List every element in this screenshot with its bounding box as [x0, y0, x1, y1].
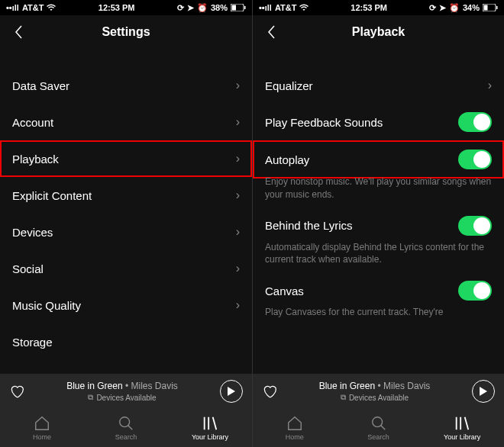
tab-label: Home	[33, 433, 51, 441]
settings-screen: ••ıll AT&T 12:53 PM ⟳ ➤ ⏰ 38% Settings D…	[0, 0, 252, 447]
lock-icon: ⟳	[429, 3, 436, 13]
header: Playback	[253, 15, 504, 49]
clock: 12:53 PM	[56, 3, 177, 12]
play-button[interactable]	[220, 380, 243, 403]
now-playing-bar[interactable]: Blue in Green • Miles Davis ⧉Devices Ava…	[253, 374, 504, 409]
back-button[interactable]	[9, 23, 27, 41]
row-label: Explicit Content	[12, 189, 92, 202]
battery-percent: 38%	[211, 3, 228, 12]
row-label: Devices	[12, 226, 53, 239]
play-button[interactable]	[472, 380, 495, 403]
track-title: Blue in Green	[66, 381, 122, 391]
tab-your-library[interactable]: Your Library	[420, 409, 504, 447]
now-playing-info: Blue in Green • Miles Davis ⧉Devices Ava…	[32, 381, 212, 402]
svg-rect-6	[496, 6, 498, 9]
chevron-right-icon: ›	[236, 225, 240, 239]
svg-point-7	[372, 417, 382, 427]
header: Settings	[0, 15, 252, 49]
status-bar: ••ıll AT&T 12:53 PM ⟳ ➤ ⏰ 38%	[0, 0, 252, 15]
row-label: Music Quality	[12, 299, 81, 312]
row-label: Equalizer	[265, 79, 313, 92]
now-playing-bar[interactable]: Blue in Green • Miles Davis ⧉Devices Ava…	[0, 374, 252, 409]
svg-rect-1	[232, 5, 237, 11]
toggle-play-feedback-sounds[interactable]	[458, 112, 492, 132]
tab-bar: Home Search Your Library	[253, 409, 504, 447]
row-label: Playback	[12, 153, 59, 166]
chevron-right-icon: ›	[236, 188, 240, 202]
lock-icon: ⟳	[177, 3, 184, 13]
tab-home[interactable]: Home	[0, 409, 84, 447]
row-label: Account	[12, 116, 53, 129]
row-equalizer[interactable]: Equalizer ›	[265, 67, 492, 104]
tab-home[interactable]: Home	[253, 409, 337, 447]
location-icon: ➤	[187, 3, 194, 13]
tab-label: Home	[286, 433, 304, 441]
chevron-right-icon: ›	[236, 298, 240, 312]
library-icon	[454, 415, 470, 432]
row-playback[interactable]: Playback ›	[0, 140, 252, 177]
signal-icon: ••ıll	[259, 3, 272, 12]
row-music-quality[interactable]: Music Quality ›	[12, 287, 240, 323]
row-account[interactable]: Account ›	[12, 104, 240, 140]
row-label: Storage	[12, 336, 53, 349]
signal-icon: ••ıll	[6, 3, 19, 12]
tab-label: Your Library	[444, 433, 480, 441]
page-title: Settings	[0, 25, 252, 39]
svg-rect-2	[244, 6, 246, 9]
chevron-right-icon: ›	[236, 115, 240, 129]
track-artist: Miles Davis	[131, 381, 177, 391]
row-explicit-content[interactable]: Explicit Content ›	[12, 177, 240, 214]
page-title: Playback	[253, 25, 504, 39]
devices-icon: ⧉	[341, 393, 346, 402]
tab-label: Search	[115, 433, 137, 441]
track-title: Blue in Green	[319, 381, 375, 391]
row-autoplay: Autoplay	[253, 140, 504, 178]
toggle-autoplay[interactable]	[458, 150, 492, 169]
home-icon	[286, 415, 303, 432]
row-label: Autoplay	[265, 153, 309, 166]
battery-percent: 34%	[463, 3, 480, 12]
row-data-saver[interactable]: Data Saver ›	[12, 67, 240, 104]
tab-label: Search	[367, 433, 389, 441]
toggle-canvas[interactable]	[458, 281, 492, 301]
carrier-label: AT&T	[22, 3, 44, 12]
row-label: Data Saver	[12, 79, 69, 92]
heart-icon[interactable]	[262, 384, 277, 399]
toggle-behind-the-lyrics[interactable]	[458, 216, 492, 236]
devices-icon: ⧉	[88, 393, 93, 402]
row-storage[interactable]: Storage	[12, 323, 240, 360]
search-icon	[118, 415, 134, 432]
row-play-feedback-sounds: Play Feedback Sounds	[265, 104, 492, 140]
playback-screen: ••ıll AT&T 12:53 PM ⟳ ➤ ⏰ 34% Playback E…	[252, 0, 504, 447]
track-artist: Miles Davis	[383, 381, 430, 391]
devices-label: Devices Available	[96, 394, 156, 402]
heart-icon[interactable]	[9, 384, 24, 399]
tab-label: Your Library	[192, 433, 228, 441]
home-icon	[34, 415, 50, 432]
playback-list[interactable]: Equalizer › Play Feedback Sounds Autopla…	[253, 49, 504, 374]
status-bar: ••ıll AT&T 12:53 PM ⟳ ➤ ⏰ 34%	[253, 0, 504, 15]
row-social[interactable]: Social ›	[12, 250, 240, 287]
tab-search[interactable]: Search	[337, 409, 421, 447]
row-label: Behind the Lyrics	[265, 219, 353, 232]
row-label: Canvas	[265, 285, 304, 297]
wifi-icon	[47, 4, 56, 11]
row-behind-the-lyrics: Behind the Lyrics	[265, 207, 492, 244]
row-canvas: Canvas	[265, 272, 492, 309]
back-button[interactable]	[262, 23, 280, 41]
tab-bar: Home Search Your Library	[0, 409, 252, 447]
wifi-icon	[299, 4, 309, 11]
location-icon: ➤	[439, 3, 446, 13]
row-devices[interactable]: Devices ›	[12, 214, 240, 250]
settings-list[interactable]: Data Saver › Account › Playback › Explic…	[0, 49, 252, 374]
tab-search[interactable]: Search	[84, 409, 168, 447]
devices-label: Devices Available	[349, 394, 409, 402]
row-label: Play Feedback Sounds	[265, 116, 383, 129]
tab-your-library[interactable]: Your Library	[168, 409, 252, 447]
autoplay-description: Enjoy nonstop music. We'll play you simi…	[265, 175, 492, 201]
chevron-right-icon: ›	[488, 79, 492, 92]
search-icon	[370, 415, 387, 432]
chevron-right-icon: ›	[236, 262, 240, 275]
clock: 12:53 PM	[309, 3, 429, 12]
library-icon	[202, 415, 218, 432]
